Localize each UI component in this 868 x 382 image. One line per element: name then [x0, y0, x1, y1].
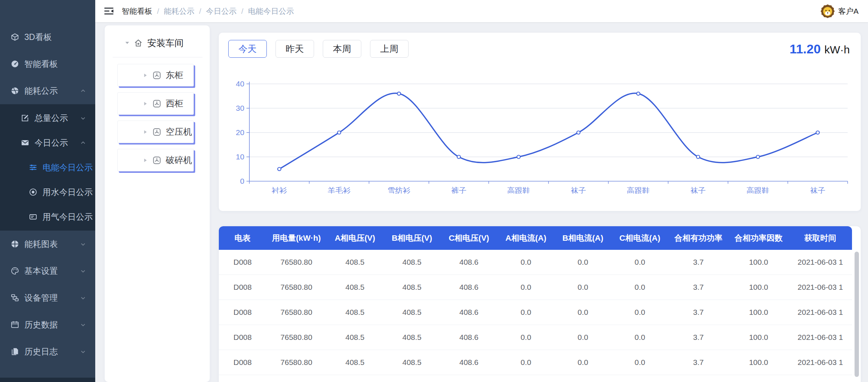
sidebar-item-基本设置[interactable]: 基本设置	[0, 257, 95, 284]
palette-icon	[10, 266, 20, 276]
mail-icon	[20, 138, 30, 147]
sidebar-item-用气今日公示[interactable]: 用气今日公示	[0, 204, 95, 229]
table-cell: 0.0	[554, 333, 611, 342]
device-node-西柜[interactable]: 西柜	[117, 92, 194, 115]
sidebar: 3D看板智能看板能耗公示总量公示今日公示电能今日公示用水今日公示用气今日公示能耗…	[0, 0, 95, 382]
expand-arrow-icon[interactable]	[142, 101, 148, 106]
column-header-A相电压(V): A相电压(V)	[326, 233, 383, 244]
sidebar-item-能耗公示[interactable]: 能耗公示	[0, 77, 95, 104]
sidebar-item-label: 今日公示	[35, 137, 68, 149]
table-cell: 408.5	[383, 333, 441, 342]
chart-toolbar: 今天昨天本周上周 11.20 kW·h	[228, 40, 851, 58]
table-cell: 0.0	[497, 283, 554, 292]
table-cell: 408.5	[326, 258, 383, 267]
svg-text:袜子: 袜子	[571, 186, 586, 194]
sidebar-item-智能看板[interactable]: 智能看板	[0, 50, 95, 77]
user-menu[interactable]: 客户A	[821, 4, 859, 18]
device-node-空压机[interactable]: 空压机	[117, 121, 194, 143]
sidebar-item-今日公示[interactable]: 今日公示	[0, 130, 95, 155]
breadcrumb: 智能看板/能耗公示/今日公示/电能今日公示	[122, 6, 294, 16]
sidebar-item-label: 历史日志	[24, 346, 58, 357]
sidebar-item-3D看板[interactable]: 3D看板	[0, 24, 95, 50]
sidebar-collapse-icon[interactable]	[104, 7, 114, 15]
svg-text:袜子: 袜子	[810, 186, 825, 194]
dashboard-icon	[10, 59, 20, 69]
table-row: D00876580.80408.5408.5408.60.00.00.03.71…	[219, 300, 852, 325]
column-header-合相功率因数: 合相功率因数	[728, 233, 788, 244]
table-cell: 408.6	[441, 358, 498, 367]
cube-icon	[10, 32, 20, 42]
table-cell: 76580.80	[266, 358, 326, 367]
table-scrollbar[interactable]	[855, 252, 859, 377]
device-node-破碎机[interactable]: 破碎机	[117, 149, 194, 171]
table-cell: D008	[219, 283, 266, 292]
expand-arrow-icon[interactable]	[142, 158, 148, 163]
range-button-本周[interactable]: 本周	[323, 40, 361, 58]
breadcrumb-item-智能看板[interactable]: 智能看板	[122, 6, 152, 16]
devices-icon	[10, 293, 20, 302]
sidebar-item-历史数据[interactable]: 历史数据	[0, 311, 95, 338]
range-button-今天[interactable]: 今天	[228, 40, 267, 58]
sidebar-item-电能今日公示[interactable]: 电能今日公示	[0, 155, 95, 180]
meter-table-card: 电表用电量(kW·h)A相电压(V)B相电压(V)C相电压(V)A相电流(A)B…	[219, 226, 861, 382]
username: 客户A	[838, 6, 859, 16]
table-body: D00876580.80408.5408.5408.60.00.00.03.71…	[219, 250, 861, 382]
column-header-B相电压(V): B相电压(V)	[383, 233, 441, 244]
card-icon	[28, 212, 38, 222]
range-button-上周[interactable]: 上周	[370, 40, 409, 58]
table-cell: 76580.80	[266, 308, 326, 317]
table-cell: 2021-06-03 1	[789, 283, 852, 292]
breadcrumb-item-今日公示[interactable]: 今日公示	[206, 6, 237, 16]
total-energy-unit: kW·h	[824, 44, 850, 56]
expand-arrow-icon[interactable]	[142, 73, 148, 78]
sidebar-footer-strip	[0, 378, 95, 382]
table-row: D00876580.80408.5408.5408.60.00.00.03.71…	[219, 350, 852, 375]
table-cell: 3.7	[668, 358, 728, 367]
expand-arrow-icon[interactable]	[142, 129, 148, 135]
table-row: D00876580.80408.5408.5408.60.00.00.03.71…	[219, 275, 852, 300]
device-node-东柜[interactable]: 东柜	[117, 64, 194, 86]
table-cell: 408.5	[326, 308, 383, 317]
table-row: D00876580.80408.5408.5408.60.00.00.03.71…	[219, 375, 852, 382]
table-cell: 0.0	[497, 308, 554, 317]
sidebar-item-label: 3D看板	[24, 32, 52, 43]
svg-text:衬衫: 衬衫	[271, 186, 287, 194]
table-cell: 408.5	[326, 283, 383, 292]
table-cell: D008	[219, 308, 266, 317]
content-area: 安装车间 东柜西柜空压机破碎机 今天昨天本周上周 11.20 kW·h 0102…	[95, 22, 868, 382]
table-cell: 3.7	[668, 333, 728, 342]
svg-text:40: 40	[236, 80, 244, 88]
chevron-down-icon	[80, 268, 87, 275]
device-node-label: 西柜	[166, 98, 183, 109]
svg-text:10: 10	[236, 153, 244, 161]
table-cell: 408.5	[383, 358, 441, 367]
sidebar-item-历史日志[interactable]: 历史日志	[0, 338, 95, 365]
table-cell: 0.0	[611, 283, 668, 292]
breadcrumb-item-电能今日公示: 电能今日公示	[248, 6, 294, 16]
sidebar-item-label: 总量公示	[35, 113, 68, 124]
log-icon	[10, 347, 20, 356]
sidebar-item-总量公示[interactable]: 总量公示	[0, 106, 95, 130]
main-column: 今天昨天本周上周 11.20 kW·h 010203040衬衫羊毛衫雪纺衫裤子高…	[219, 25, 861, 382]
device-tree-nodes: 东柜西柜空压机破碎机	[105, 57, 210, 171]
caret-down-icon[interactable]	[124, 40, 130, 46]
calendar-icon	[10, 320, 20, 329]
range-button-昨天[interactable]: 昨天	[276, 40, 314, 58]
breadcrumb-item-能耗公示[interactable]: 能耗公示	[164, 6, 194, 16]
table-cell: 76580.80	[266, 333, 326, 342]
sidebar-item-label: 能耗公示	[24, 85, 58, 97]
chevron-down-icon	[80, 294, 87, 301]
sidebar-item-用水今日公示[interactable]: 用水今日公示	[0, 180, 95, 204]
table-cell: 0.0	[611, 358, 668, 367]
sidebar-item-设备管理[interactable]: 设备管理	[0, 284, 95, 311]
device-node-label: 空压机	[166, 126, 192, 138]
table-cell: 408.6	[441, 258, 498, 267]
device-tree-root[interactable]: 安装车间	[105, 36, 210, 49]
column-header-合相有功功率: 合相有功功率	[668, 233, 728, 244]
column-header-获取时间: 获取时间	[789, 233, 852, 244]
sidebar-item-label: 设备管理	[24, 292, 58, 304]
table-cell: 408.5	[326, 358, 383, 367]
sidebar-item-能耗图表[interactable]: 能耗图表	[0, 231, 95, 257]
meter-icon	[152, 99, 162, 109]
device-node-label: 破碎机	[166, 154, 192, 166]
